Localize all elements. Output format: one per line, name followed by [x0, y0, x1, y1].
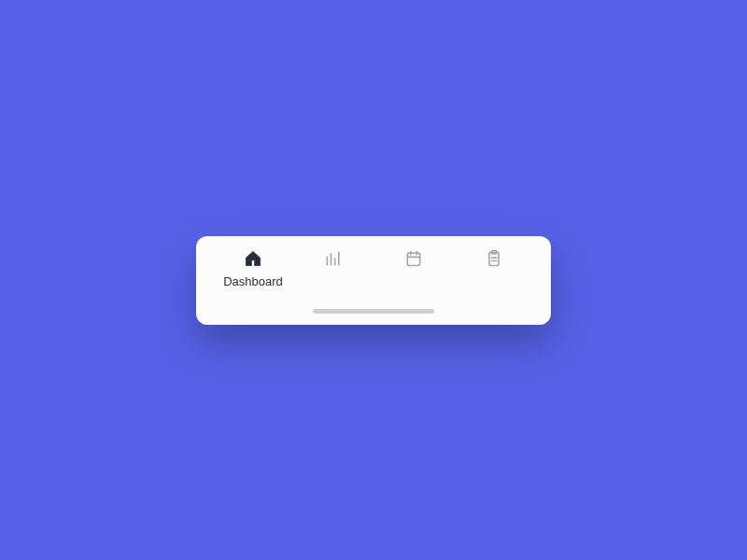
tab-label: Dashboard — [223, 274, 283, 288]
tab-analytics[interactable]: Analytics — [293, 249, 374, 272]
tab-bar: Dashboard Analytics — [196, 236, 551, 325]
clipboard-icon — [485, 249, 503, 272]
home-indicator — [313, 309, 434, 314]
tab-dashboard[interactable]: Dashboard — [213, 249, 293, 288]
calendar-icon — [404, 249, 423, 272]
home-icon — [244, 249, 262, 272]
tab-tasks[interactable]: Tasks — [454, 249, 534, 272]
tab-calendar[interactable]: Calendar — [374, 249, 454, 272]
svg-rect-4 — [407, 253, 419, 265]
chart-icon — [324, 249, 343, 272]
tabs-container: Dashboard Analytics — [213, 249, 534, 288]
